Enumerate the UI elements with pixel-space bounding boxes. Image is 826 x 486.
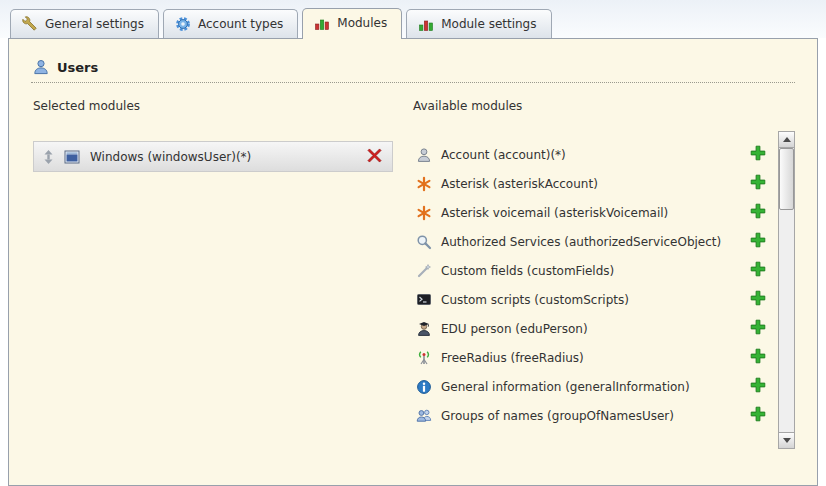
module-label: Authorized Services (authorizedServiceOb… [441,235,721,249]
green-plus-icon [750,203,766,222]
tab-general-settings[interactable]: General settings [10,9,159,38]
green-plus-icon [750,406,766,425]
scrollbar-thumb[interactable] [779,148,794,210]
available-modules-heading: Available modules [413,99,795,113]
add-module-button[interactable] [749,146,766,163]
tab-module-settings[interactable]: Module settings [406,9,551,38]
wand-icon [416,263,432,279]
available-module-row: Authorized Services (authorizedServiceOb… [413,227,778,256]
available-module-row: FreeRadius (freeRadius) [413,343,778,372]
add-module-button[interactable] [749,349,766,366]
tab-label: General settings [45,17,144,31]
drag-handle-icon[interactable] [43,149,54,165]
section-divider [31,82,795,83]
add-module-button[interactable] [749,204,766,221]
green-plus-icon [750,174,766,193]
green-plus-icon [750,348,766,367]
modules-chart-icon [314,15,330,31]
wrench-icon [22,16,38,32]
tab-account-types[interactable]: Account types [163,9,298,38]
arrow-up-icon [783,137,791,142]
module-label: Account (account)(*) [441,148,566,162]
available-module-row: Groups of names (groupOfNamesUser) [413,401,778,430]
add-module-button[interactable] [749,291,766,308]
selected-module-row[interactable]: Windows (windowsUser)(*) [33,141,393,172]
content-panel: Users Selected modules Windows (windowsU… [8,38,818,486]
tab-label: Modules [337,16,387,30]
green-plus-icon [750,261,766,280]
available-module-row: Custom fields (customFields) [413,256,778,285]
green-plus-icon [750,145,766,164]
arrow-down-icon [783,438,791,443]
add-module-button[interactable] [749,378,766,395]
available-modules-list: Account (account)(*) Asterisk (asteriskA… [413,131,778,449]
group-people-icon [416,408,432,424]
add-module-button[interactable] [749,320,766,337]
module-label: Custom fields (customFields) [441,264,614,278]
scroll-down-button[interactable] [779,432,794,448]
module-label: FreeRadius (freeRadius) [441,351,584,365]
asterisk-icon [416,205,432,221]
red-x-icon [367,148,382,166]
selected-modules-heading: Selected modules [33,99,393,113]
module-label: EDU person (eduPerson) [441,322,588,336]
available-module-row: General information (generalInformation) [413,372,778,401]
module-label: General information (generalInformation) [441,380,690,394]
green-plus-icon [750,232,766,251]
section-header: Users [33,59,795,75]
module-label: Asterisk (asteriskAccount) [441,177,598,191]
selected-modules-column: Selected modules Windows (windowsUser)(*… [33,99,393,449]
available-modules-column: Available modules Account (account)(*) [413,99,795,449]
magnifier-icon [416,234,432,250]
selected-module-label: Windows (windowsUser)(*) [90,150,251,164]
module-settings-chart-icon [418,16,434,32]
asterisk-icon [416,176,432,192]
green-plus-icon [750,290,766,309]
page-title: Users [57,60,98,75]
available-module-row: Asterisk (asteriskAccount) [413,169,778,198]
add-module-button[interactable] [749,233,766,250]
green-plus-icon [750,377,766,396]
available-module-row: EDU person (eduPerson) [413,314,778,343]
module-label: Custom scripts (customScripts) [441,293,629,307]
scrollbar[interactable] [778,131,795,449]
available-module-row: Account (account)(*) [413,140,778,169]
tab-modules[interactable]: Modules [302,8,402,39]
tab-label: Module settings [441,17,536,31]
scroll-up-button[interactable] [779,132,794,148]
terminal-icon [416,292,432,308]
module-label: Groups of names (groupOfNamesUser) [441,409,674,423]
remove-module-button[interactable] [366,148,383,165]
graduate-person-icon [416,321,432,337]
user-icon [33,59,49,75]
tab-label: Account types [198,17,283,31]
add-module-button[interactable] [749,175,766,192]
antenna-icon [416,350,432,366]
windows-icon [64,149,80,165]
available-modules-list-wrap: Account (account)(*) Asterisk (asteriskA… [413,131,795,449]
gear-icon [175,16,191,32]
module-label: Asterisk voicemail (asteriskVoicemail) [441,206,668,220]
tab-bar: General settings Account types Modules M… [0,0,826,38]
add-module-button[interactable] [749,407,766,424]
add-module-button[interactable] [749,262,766,279]
available-module-row: Asterisk voicemail (asteriskVoicemail) [413,198,778,227]
green-plus-icon [750,319,766,338]
module-columns: Selected modules Windows (windowsUser)(*… [33,99,795,449]
account-person-icon [416,147,432,163]
info-icon [416,379,432,395]
available-module-row: Custom scripts (customScripts) [413,285,778,314]
